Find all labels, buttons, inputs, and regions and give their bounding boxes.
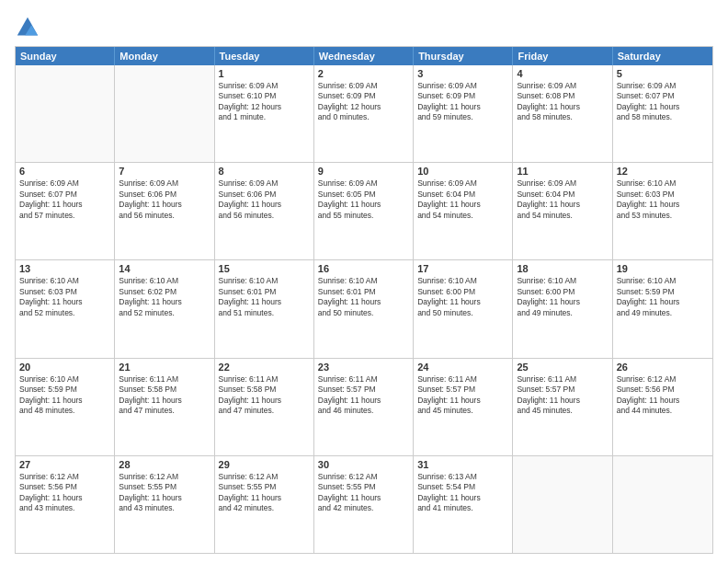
calendar-cell: 8Sunrise: 6:09 AMSunset: 6:06 PMDaylight…: [215, 163, 314, 259]
cell-info: Sunrise: 6:09 AMSunset: 6:04 PMDaylight:…: [517, 178, 608, 221]
day-number: 28: [119, 459, 210, 470]
day-number: 26: [617, 362, 709, 373]
calendar-cell: 17Sunrise: 6:10 AMSunset: 6:00 PMDayligh…: [414, 260, 513, 357]
calendar-cell: 31Sunrise: 6:13 AMSunset: 5:54 PMDayligh…: [414, 456, 513, 553]
cell-info: Sunrise: 6:09 AMSunset: 6:07 PMDaylight:…: [617, 81, 709, 123]
cell-info: Sunrise: 6:10 AMSunset: 6:01 PMDaylight:…: [219, 276, 310, 318]
day-number: 31: [417, 459, 508, 470]
calendar-cell: 19Sunrise: 6:10 AMSunset: 5:59 PMDayligh…: [613, 260, 712, 357]
cell-info: Sunrise: 6:10 AMSunset: 6:00 PMDaylight:…: [517, 276, 608, 318]
day-number: 10: [417, 166, 508, 177]
cell-info: Sunrise: 6:10 AMSunset: 5:59 PMDaylight:…: [617, 276, 709, 318]
calendar-cell: 16Sunrise: 6:10 AMSunset: 6:01 PMDayligh…: [314, 260, 414, 357]
cell-info: Sunrise: 6:11 AMSunset: 5:57 PMDaylight:…: [318, 374, 409, 417]
calendar-cell: [513, 456, 612, 553]
calendar-cell: 10Sunrise: 6:09 AMSunset: 6:04 PMDayligh…: [414, 163, 513, 259]
cell-info: Sunrise: 6:12 AMSunset: 5:56 PMDaylight:…: [617, 374, 709, 417]
calendar-cell: [115, 65, 214, 162]
calendar-cell: 23Sunrise: 6:11 AMSunset: 5:57 PMDayligh…: [314, 359, 414, 455]
cell-info: Sunrise: 6:12 AMSunset: 5:55 PMDaylight:…: [219, 472, 310, 514]
calendar-cell: 6Sunrise: 6:09 AMSunset: 6:07 PMDaylight…: [16, 163, 115, 259]
page: SundayMondayTuesdayWednesdayThursdayFrid…: [0, 0, 728, 563]
day-number: 20: [19, 362, 110, 373]
header: [15, 11, 713, 40]
cell-info: Sunrise: 6:09 AMSunset: 6:08 PMDaylight:…: [517, 81, 608, 123]
day-number: 4: [517, 68, 608, 79]
cell-info: Sunrise: 6:11 AMSunset: 5:57 PMDaylight:…: [417, 374, 508, 417]
header-day-friday: Friday: [513, 47, 612, 65]
day-number: 27: [19, 459, 110, 470]
day-number: 13: [19, 263, 110, 274]
cell-info: Sunrise: 6:10 AMSunset: 6:03 PMDaylight:…: [617, 178, 709, 221]
cell-info: Sunrise: 6:10 AMSunset: 6:03 PMDaylight:…: [19, 276, 110, 318]
calendar-cell: [613, 456, 712, 553]
day-number: 5: [617, 68, 709, 79]
calendar-cell: 20Sunrise: 6:10 AMSunset: 5:59 PMDayligh…: [16, 359, 115, 455]
day-number: 19: [617, 263, 709, 274]
day-number: 25: [517, 362, 608, 373]
calendar-cell: 18Sunrise: 6:10 AMSunset: 6:00 PMDayligh…: [513, 260, 612, 357]
calendar-header: SundayMondayTuesdayWednesdayThursdayFrid…: [16, 47, 712, 65]
calendar-week-1: 1Sunrise: 6:09 AMSunset: 6:10 PMDaylight…: [16, 65, 712, 162]
calendar-week-2: 6Sunrise: 6:09 AMSunset: 6:07 PMDaylight…: [16, 162, 712, 259]
cell-info: Sunrise: 6:09 AMSunset: 6:09 PMDaylight:…: [318, 81, 409, 123]
day-number: 1: [219, 68, 310, 79]
cell-info: Sunrise: 6:13 AMSunset: 5:54 PMDaylight:…: [417, 472, 508, 514]
cell-info: Sunrise: 6:09 AMSunset: 6:10 PMDaylight:…: [219, 81, 310, 123]
header-day-monday: Monday: [115, 47, 214, 65]
day-number: 21: [119, 362, 210, 373]
day-number: 29: [219, 459, 310, 470]
calendar: SundayMondayTuesdayWednesdayThursdayFrid…: [15, 46, 713, 554]
cell-info: Sunrise: 6:10 AMSunset: 6:02 PMDaylight:…: [119, 276, 210, 318]
calendar-cell: 9Sunrise: 6:09 AMSunset: 6:05 PMDaylight…: [314, 163, 414, 259]
day-number: 30: [318, 459, 409, 470]
day-number: 23: [318, 362, 409, 373]
day-number: 15: [219, 263, 310, 274]
day-number: 7: [119, 166, 210, 177]
calendar-cell: 26Sunrise: 6:12 AMSunset: 5:56 PMDayligh…: [613, 359, 712, 455]
day-number: 22: [219, 362, 310, 373]
header-day-wednesday: Wednesday: [314, 47, 414, 65]
day-number: 9: [318, 166, 409, 177]
calendar-cell: 1Sunrise: 6:09 AMSunset: 6:10 PMDaylight…: [215, 65, 314, 162]
calendar-cell: 14Sunrise: 6:10 AMSunset: 6:02 PMDayligh…: [115, 260, 214, 357]
cell-info: Sunrise: 6:09 AMSunset: 6:07 PMDaylight:…: [19, 178, 110, 221]
calendar-cell: 29Sunrise: 6:12 AMSunset: 5:55 PMDayligh…: [215, 456, 314, 553]
calendar-cell: 21Sunrise: 6:11 AMSunset: 5:58 PMDayligh…: [115, 359, 214, 455]
calendar-cell: 5Sunrise: 6:09 AMSunset: 6:07 PMDaylight…: [613, 65, 712, 162]
header-day-saturday: Saturday: [613, 47, 712, 65]
cell-info: Sunrise: 6:11 AMSunset: 5:57 PMDaylight:…: [517, 374, 608, 417]
calendar-cell: 13Sunrise: 6:10 AMSunset: 6:03 PMDayligh…: [16, 260, 115, 357]
cell-info: Sunrise: 6:09 AMSunset: 6:09 PMDaylight:…: [417, 81, 508, 123]
cell-info: Sunrise: 6:09 AMSunset: 6:04 PMDaylight:…: [417, 178, 508, 221]
calendar-cell: 4Sunrise: 6:09 AMSunset: 6:08 PMDaylight…: [513, 65, 612, 162]
cell-info: Sunrise: 6:12 AMSunset: 5:56 PMDaylight:…: [19, 472, 110, 514]
cell-info: Sunrise: 6:12 AMSunset: 5:55 PMDaylight:…: [318, 472, 409, 514]
cell-info: Sunrise: 6:12 AMSunset: 5:55 PMDaylight:…: [119, 472, 210, 514]
cell-info: Sunrise: 6:11 AMSunset: 5:58 PMDaylight:…: [119, 374, 210, 417]
calendar-cell: 25Sunrise: 6:11 AMSunset: 5:57 PMDayligh…: [513, 359, 612, 455]
day-number: 12: [617, 166, 709, 177]
day-number: 16: [318, 263, 409, 274]
calendar-cell: 30Sunrise: 6:12 AMSunset: 5:55 PMDayligh…: [314, 456, 414, 553]
calendar-cell: 15Sunrise: 6:10 AMSunset: 6:01 PMDayligh…: [215, 260, 314, 357]
calendar-cell: [16, 65, 115, 162]
header-day-tuesday: Tuesday: [215, 47, 314, 65]
cell-info: Sunrise: 6:09 AMSunset: 6:06 PMDaylight:…: [119, 178, 210, 221]
calendar-week-5: 27Sunrise: 6:12 AMSunset: 5:56 PMDayligh…: [16, 455, 712, 553]
cell-info: Sunrise: 6:09 AMSunset: 6:06 PMDaylight:…: [219, 178, 310, 221]
cell-info: Sunrise: 6:10 AMSunset: 6:01 PMDaylight:…: [318, 276, 409, 318]
day-number: 6: [19, 166, 110, 177]
cell-info: Sunrise: 6:10 AMSunset: 5:59 PMDaylight:…: [19, 374, 110, 417]
calendar-cell: 28Sunrise: 6:12 AMSunset: 5:55 PMDayligh…: [115, 456, 214, 553]
calendar-cell: 2Sunrise: 6:09 AMSunset: 6:09 PMDaylight…: [314, 65, 414, 162]
calendar-week-3: 13Sunrise: 6:10 AMSunset: 6:03 PMDayligh…: [16, 259, 712, 357]
day-number: 24: [417, 362, 508, 373]
cell-info: Sunrise: 6:10 AMSunset: 6:00 PMDaylight:…: [417, 276, 508, 318]
calendar-cell: 7Sunrise: 6:09 AMSunset: 6:06 PMDaylight…: [115, 163, 214, 259]
day-number: 3: [417, 68, 508, 79]
calendar-cell: 22Sunrise: 6:11 AMSunset: 5:58 PMDayligh…: [215, 359, 314, 455]
calendar-week-4: 20Sunrise: 6:10 AMSunset: 5:59 PMDayligh…: [16, 358, 712, 455]
calendar-cell: 27Sunrise: 6:12 AMSunset: 5:56 PMDayligh…: [16, 456, 115, 553]
day-number: 18: [517, 263, 608, 274]
